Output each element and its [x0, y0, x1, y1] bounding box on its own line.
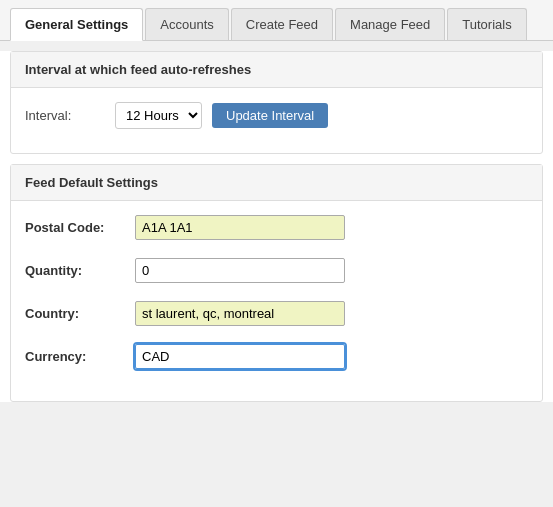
tab-accounts[interactable]: Accounts: [145, 8, 228, 40]
interval-label: Interval:: [25, 108, 115, 123]
postal-code-input[interactable]: [135, 215, 345, 240]
quantity-label: Quantity:: [25, 263, 135, 278]
postal-code-label: Postal Code:: [25, 220, 135, 235]
interval-select[interactable]: 12 Hours 6 Hours 24 Hours 48 Hours: [115, 102, 202, 129]
content-area: Interval at which feed auto-refreshes In…: [0, 51, 553, 402]
tab-manage-feed[interactable]: Manage Feed: [335, 8, 445, 40]
country-label: Country:: [25, 306, 135, 321]
quantity-input[interactable]: [135, 258, 345, 283]
interval-row: Interval: 12 Hours 6 Hours 24 Hours 48 H…: [25, 102, 528, 129]
feed-defaults-body: Postal Code: Quantity: Country: Currency…: [11, 201, 542, 401]
country-input[interactable]: [135, 301, 345, 326]
interval-section-body: Interval: 12 Hours 6 Hours 24 Hours 48 H…: [11, 88, 542, 153]
update-interval-button[interactable]: Update Interval: [212, 103, 328, 128]
interval-section: Interval at which feed auto-refreshes In…: [10, 51, 543, 154]
feed-defaults-header: Feed Default Settings: [11, 165, 542, 201]
currency-label: Currency:: [25, 349, 135, 364]
tab-bar: General Settings Accounts Create Feed Ma…: [0, 0, 553, 41]
currency-row: Currency:: [25, 344, 528, 369]
quantity-row: Quantity:: [25, 258, 528, 283]
tab-tutorials[interactable]: Tutorials: [447, 8, 526, 40]
tab-general-settings[interactable]: General Settings: [10, 8, 143, 41]
postal-code-row: Postal Code:: [25, 215, 528, 240]
feed-defaults-section: Feed Default Settings Postal Code: Quant…: [10, 164, 543, 402]
interval-section-header: Interval at which feed auto-refreshes: [11, 52, 542, 88]
currency-input[interactable]: [135, 344, 345, 369]
country-row: Country:: [25, 301, 528, 326]
tab-create-feed[interactable]: Create Feed: [231, 8, 333, 40]
